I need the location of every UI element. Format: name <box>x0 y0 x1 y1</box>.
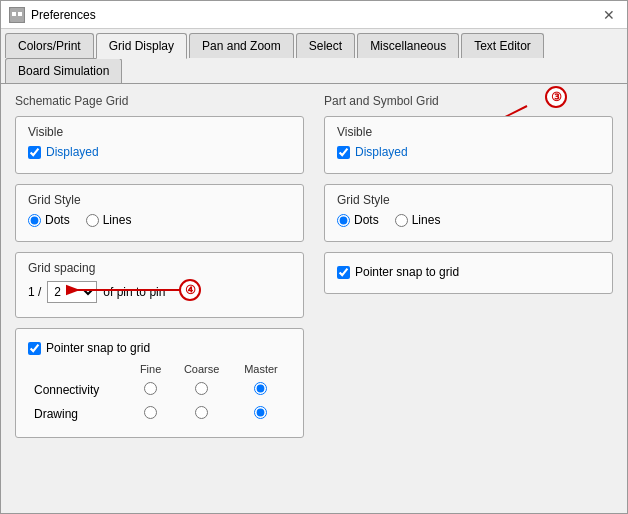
drawing-master-radio[interactable] <box>254 406 267 419</box>
connectivity-master-radio[interactable] <box>254 382 267 395</box>
title-bar: Preferences ✕ <box>1 1 627 29</box>
svg-rect-1 <box>12 12 16 16</box>
part-lines-option: Lines <box>395 213 441 227</box>
part-grid-style-label: Grid Style <box>337 193 600 207</box>
part-dots-radio[interactable] <box>337 214 350 227</box>
svg-rect-2 <box>18 12 22 16</box>
spacing-suffix: of pin to pin <box>103 285 165 299</box>
part-lines-radio[interactable] <box>395 214 408 227</box>
schematic-snap-row: Pointer snap to grid <box>28 341 291 355</box>
part-section-title: Part and Symbol Grid <box>324 94 613 108</box>
connectivity-coarse-radio[interactable] <box>195 382 208 395</box>
schematic-visible-label: Visible <box>28 125 291 139</box>
schematic-displayed-checkbox[interactable] <box>28 146 41 159</box>
part-displayed-checkbox[interactable] <box>337 146 350 159</box>
schematic-dots-option: Dots <box>28 213 70 227</box>
connectivity-fine-radio[interactable] <box>144 382 157 395</box>
schematic-dots-radio[interactable] <box>28 214 41 227</box>
schematic-snap-checkbox[interactable] <box>28 342 41 355</box>
schematic-lines-option: Lines <box>86 213 132 227</box>
schematic-lines-radio[interactable] <box>86 214 99 227</box>
title-bar-left: Preferences <box>9 7 96 23</box>
schematic-grid-spacing-group: Grid spacing 1 / 2 4 8 of pin to pin <box>15 252 304 318</box>
tab-grid-display[interactable]: Grid Display <box>96 33 187 59</box>
drawing-coarse-radio[interactable] <box>195 406 208 419</box>
tab-content: ③ Schematic Page Grid Visible Displayed … <box>1 84 627 513</box>
schematic-grid-style-group: Grid Style Dots Lines <box>15 184 304 242</box>
table-row-connectivity: Connectivity <box>30 379 289 401</box>
schematic-displayed-row: Displayed <box>28 145 291 159</box>
part-visible-label: Visible <box>337 125 600 139</box>
part-displayed-label: Displayed <box>355 145 408 159</box>
tab-board-simulation[interactable]: Board Simulation <box>5 58 122 83</box>
part-displayed-row: Displayed <box>337 145 600 159</box>
app-icon <box>9 7 25 23</box>
table-col-empty <box>30 361 129 377</box>
schematic-snap-group: Pointer snap to grid Fine Coarse Master <box>15 328 304 438</box>
part-grid-style-group: Grid Style Dots Lines <box>324 184 613 242</box>
spacing-prefix: 1 / <box>28 285 41 299</box>
schematic-section-title: Schematic Page Grid <box>15 94 304 108</box>
schematic-displayed-label: Displayed <box>46 145 99 159</box>
preferences-window: Preferences ✕ Colors/Print Grid Display … <box>0 0 628 514</box>
table-header-fine: Fine <box>131 361 171 377</box>
part-dots-option: Dots <box>337 213 379 227</box>
tab-text-editor[interactable]: Text Editor <box>461 33 544 58</box>
schematic-grid-style-label: Grid Style <box>28 193 291 207</box>
table-header-master: Master <box>233 361 289 377</box>
schematic-snap-label: Pointer snap to grid <box>46 341 150 355</box>
close-button[interactable]: ✕ <box>599 5 619 25</box>
table-header-coarse: Coarse <box>172 361 231 377</box>
tab-pan-zoom[interactable]: Pan and Zoom <box>189 33 294 58</box>
tab-select[interactable]: Select <box>296 33 355 58</box>
schematic-dots-label: Dots <box>45 213 70 227</box>
window-title: Preferences <box>31 8 96 22</box>
spacing-select[interactable]: 2 4 8 <box>47 281 97 303</box>
part-snap-group: Pointer snap to grid <box>324 252 613 294</box>
schematic-grid-spacing-label: Grid spacing <box>28 261 291 275</box>
main-content: Schematic Page Grid Visible Displayed Gr… <box>15 94 613 448</box>
schematic-spacing-row: 1 / 2 4 8 of pin to pin <box>28 281 291 303</box>
part-grid-style-row: Dots Lines <box>337 213 600 227</box>
connectivity-label: Connectivity <box>30 379 129 401</box>
tab-miscellaneous[interactable]: Miscellaneous <box>357 33 459 58</box>
part-dots-label: Dots <box>354 213 379 227</box>
table-row-drawing: Drawing <box>30 403 289 425</box>
part-snap-checkbox[interactable] <box>337 266 350 279</box>
tab-colors-print[interactable]: Colors/Print <box>5 33 94 58</box>
tabs-bar: Colors/Print Grid Display Pan and Zoom S… <box>1 29 627 84</box>
part-lines-label: Lines <box>412 213 441 227</box>
part-visible-group: Visible Displayed <box>324 116 613 174</box>
schematic-grid-style-row: Dots Lines <box>28 213 291 227</box>
part-snap-row: Pointer snap to grid <box>337 265 600 279</box>
part-snap-label: Pointer snap to grid <box>355 265 459 279</box>
schematic-lines-label: Lines <box>103 213 132 227</box>
drawing-label: Drawing <box>30 403 129 425</box>
connectivity-table: Fine Coarse Master Connectivity <box>28 359 291 427</box>
drawing-fine-radio[interactable] <box>144 406 157 419</box>
schematic-page-grid-section: Schematic Page Grid Visible Displayed Gr… <box>15 94 304 448</box>
part-symbol-grid-section: Part and Symbol Grid Visible Displayed G… <box>324 94 613 448</box>
schematic-visible-group: Visible Displayed <box>15 116 304 174</box>
